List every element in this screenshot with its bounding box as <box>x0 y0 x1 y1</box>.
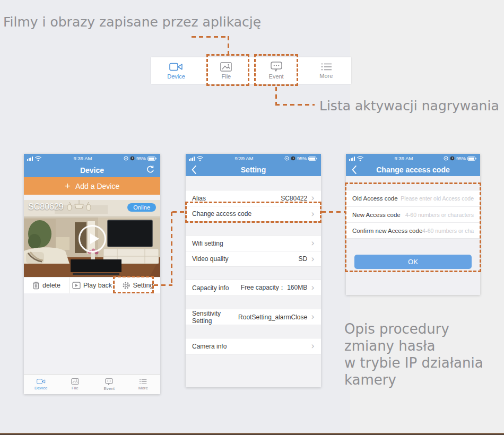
settings-row-capacity[interactable]: Capacity info Free capacity： 160MB › <box>186 280 321 295</box>
refresh-icon[interactable] <box>146 165 155 174</box>
settings-group-camera-info: Camera info › <box>186 338 321 354</box>
spacer <box>24 195 160 200</box>
connector-setting-horizontal <box>154 284 172 286</box>
header-device: 9:39 AM 95% Device <box>24 154 160 177</box>
wifi-icon <box>357 156 364 161</box>
phone-screen-setting: 9:39 AM 95% Setting Alias SC80422 › Chan… <box>186 154 321 387</box>
highlight-box-change-access-code <box>185 202 321 223</box>
status-time: 9:39 AM <box>366 155 442 161</box>
status-bar: 9:39 AM 95% <box>346 154 480 163</box>
nav-bar: Device <box>24 163 160 177</box>
back-icon[interactable] <box>351 165 357 175</box>
status-bar: 9:39 AM 95% <box>186 154 321 163</box>
list-icon <box>320 63 332 71</box>
camera-card[interactable]: SC80629 Online <box>24 200 160 277</box>
playback-icon <box>72 282 81 289</box>
connector-event-vertical <box>275 87 277 105</box>
tab-more-label: More <box>319 73 333 79</box>
settings-row-wifi[interactable]: Wifi setting › <box>186 236 321 251</box>
play-button[interactable] <box>79 225 106 253</box>
mini-tab-device[interactable]: Device <box>24 375 58 394</box>
orientation-lock-icon <box>284 156 289 161</box>
row-label: Wifi setting <box>192 240 223 247</box>
row-value: SD <box>229 255 308 263</box>
connector-top-horizontal <box>192 36 229 38</box>
signal-icon <box>349 156 355 161</box>
tab-device[interactable]: Device <box>151 57 201 84</box>
page-title: Device <box>80 166 104 175</box>
row-value: SC80422 <box>206 195 307 202</box>
settings-row-video-quality[interactable]: Video quality SD › <box>186 251 321 266</box>
orientation-lock-icon <box>444 156 448 161</box>
battery-icon <box>308 156 318 161</box>
app-tabbar-large: Device File Event More <box>151 57 351 84</box>
wifi-icon <box>196 156 204 161</box>
annotation-line: Opis procedury <box>344 320 483 337</box>
list-icon <box>139 379 147 385</box>
chevron-right-icon: › <box>311 342 315 351</box>
row-label: Capacity info <box>192 284 229 292</box>
video-camera-icon <box>169 62 183 72</box>
orientation-lock-icon <box>124 156 128 161</box>
signal-icon <box>27 156 33 161</box>
settings-row-camera-info[interactable]: Camera info › <box>186 338 321 354</box>
nav-bar: Change access code <box>346 163 480 176</box>
camera-name: SC80629 <box>28 202 64 212</box>
plus-icon: + <box>65 180 71 192</box>
annotation-password-procedure: Opis procedury zmiany hasła w trybie IP … <box>344 320 483 388</box>
chat-bubble-icon <box>105 378 113 385</box>
nav-bar: Setting <box>186 163 321 176</box>
page-title: Setting <box>241 166 266 174</box>
mini-tab-event-label: Event <box>103 386 114 391</box>
trash-icon <box>32 281 40 290</box>
row-label: Camera info <box>192 343 227 350</box>
chevron-right-icon: › <box>311 312 315 321</box>
signal-icon <box>189 156 195 161</box>
annotation-line: w trybie IP działania <box>344 354 483 371</box>
phone-screen-device-list: 9:39 AM 95% Device + Add a Device <box>24 154 160 394</box>
connector-change-code-left <box>172 211 187 213</box>
manual-page: Filmy i obrazy zapisane przez aplikację … <box>0 0 504 435</box>
mini-tab-file-label: File <box>72 386 79 390</box>
row-label: Video quality <box>192 255 229 263</box>
mini-tab-device-label: Device <box>34 386 47 390</box>
mini-tab-file[interactable]: File <box>58 375 92 394</box>
wifi-icon <box>34 156 42 161</box>
highlight-box-access-code-form <box>345 182 481 272</box>
settings-row-sensitivity[interactable]: Sensitivity Setting RootSetting_alarmClo… <box>186 309 321 325</box>
row-label: Sensitivity Setting <box>192 310 238 325</box>
highlight-box-event-tab <box>254 54 298 86</box>
status-bar: 9:39 AM 95% <box>24 154 160 163</box>
status-time: 9:39 AM <box>44 155 122 161</box>
battery-percent: 95% <box>456 156 466 161</box>
empty-area <box>24 293 160 374</box>
annotation-line: kamery <box>344 371 483 388</box>
battery-percent: 95% <box>136 156 146 161</box>
tab-more[interactable]: More <box>301 57 351 84</box>
alarm-icon <box>450 156 455 161</box>
alarm-icon <box>291 156 296 161</box>
playback-label: Play back <box>83 282 112 289</box>
back-icon[interactable] <box>191 165 197 175</box>
settings-group-network: Wifi setting › Video quality SD › <box>186 235 321 267</box>
header-change-access-code: 9:39 AM 95% Change access code <box>346 154 480 176</box>
battery-icon <box>147 156 157 161</box>
annotation-line: zmiany hasła <box>344 337 483 354</box>
connector-setting-vertical <box>171 212 172 286</box>
online-badge: Online <box>127 203 156 212</box>
mini-tab-event[interactable]: Event <box>92 375 126 394</box>
connector-event-horizontal <box>275 104 315 106</box>
battery-percent: 95% <box>297 156 307 161</box>
page-bottom-border <box>0 433 504 435</box>
battery-icon <box>467 156 477 161</box>
chevron-right-icon: › <box>311 255 315 264</box>
add-device-label: Add a Device <box>75 182 119 190</box>
add-device-button[interactable]: + Add a Device <box>24 177 160 195</box>
row-label: Alias <box>192 195 206 202</box>
annotation-event-list: Lista aktywacji nagrywania <box>319 98 499 114</box>
header-setting: 9:39 AM 95% Setting <box>186 154 321 176</box>
mini-tab-more[interactable]: More <box>126 375 160 394</box>
playback-button[interactable]: Play back <box>69 277 115 293</box>
video-camera-icon <box>37 378 46 385</box>
delete-button[interactable]: delete <box>24 277 69 293</box>
